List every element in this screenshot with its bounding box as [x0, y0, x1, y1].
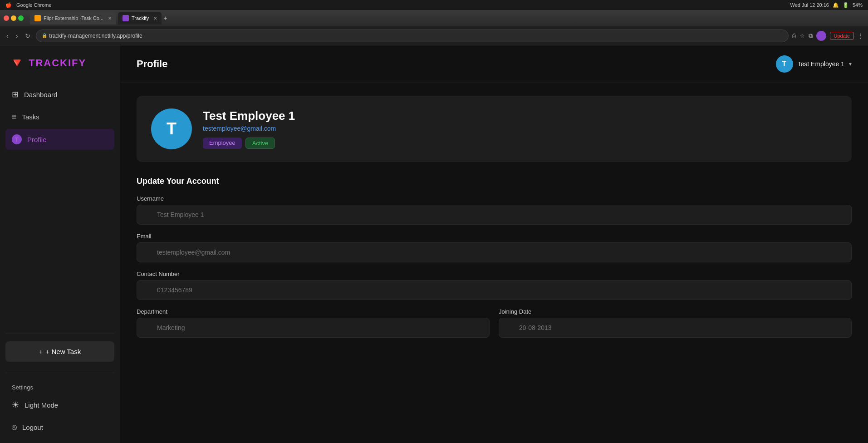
sidebar-divider [5, 334, 114, 334]
tab-bar: Flipr Externship -Task Co... ✕ Trackify … [30, 12, 864, 25]
sidebar-item-light-mode[interactable]: ☀ Light Mode [5, 394, 114, 415]
logo-icon: 🔻 [9, 55, 25, 70]
battery-icon: 🔋 [843, 2, 849, 8]
sidebar-divider-2 [5, 373, 114, 373]
light-mode-label: Light Mode [25, 401, 58, 409]
page-title: Profile [137, 58, 167, 70]
sidebar-nav: ⊞ Dashboard ≡ Tasks T Profile [0, 80, 120, 330]
main-content: Profile T Test Employee 1 ▾ T Test Emplo… [120, 45, 868, 443]
email-input[interactable] [137, 242, 852, 262]
sidebar-item-label-profile: Profile [27, 136, 47, 143]
email-input-wrapper: ✉ [137, 242, 852, 262]
joining-date-label: Joining Date [499, 308, 852, 315]
tasks-icon: ≡ [12, 112, 17, 122]
contact-label: Contact Number [137, 271, 852, 277]
department-group: Department 📋 [137, 308, 490, 338]
joining-date-input-wrapper: 📅 [499, 318, 852, 338]
tab-label-flipr: Flipr Externship -Task Co... [44, 15, 103, 21]
username-input-wrapper: 👤 [137, 205, 852, 225]
tab-flipr[interactable]: Flipr Externship -Task Co... ✕ [30, 12, 116, 25]
tab-favicon-flipr [34, 15, 41, 21]
back-button[interactable]: ‹ [5, 30, 10, 41]
window-minimize-dot[interactable] [11, 15, 16, 21]
user-info[interactable]: T Test Employee 1 ▾ [776, 55, 852, 73]
logo-text: TRACKIFY [29, 57, 86, 69]
dashboard-icon: ⊞ [12, 89, 19, 99]
joining-date-group: Joining Date 📅 [499, 308, 852, 338]
header-user-avatar: T [776, 55, 793, 73]
profile-badges: Employee Active [203, 138, 295, 149]
sidebar-item-dashboard[interactable]: ⊞ Dashboard [5, 84, 114, 105]
contact-input-wrapper: 📞 [137, 280, 852, 300]
profile-name: Test Employee 1 [203, 109, 295, 123]
browser-bar: Flipr Externship -Task Co... ✕ Trackify … [0, 10, 868, 26]
reload-button[interactable]: ↻ [23, 30, 32, 41]
header-user-initial: T [782, 60, 787, 68]
department-label: Department [137, 308, 490, 315]
new-task-button[interactable]: + + New Task [5, 341, 114, 362]
window-close-dot[interactable] [4, 15, 9, 21]
sidebar-item-label-dashboard: Dashboard [24, 91, 57, 98]
new-tab-button[interactable]: + [163, 15, 167, 22]
sidebar-item-tasks[interactable]: ≡ Tasks [5, 107, 114, 127]
joining-date-input[interactable] [499, 318, 852, 338]
address-bar-row: ‹ › ↻ 🔒 trackify-management.netlify.app/… [0, 26, 868, 45]
logout-icon: ⎋ [12, 423, 17, 432]
sidebar-item-logout[interactable]: ⎋ Logout [5, 417, 114, 438]
profile-nav-avatar: T [12, 134, 22, 144]
tab-close-trackify[interactable]: ✕ [153, 16, 157, 21]
battery-level: 54% [853, 2, 863, 8]
datetime: Wed Jul 12 20:16 [790, 2, 829, 8]
lock-icon: 🔒 [42, 33, 47, 38]
profile-card: T Test Employee 1 testemployee@gmail.com… [137, 96, 852, 162]
extension-button[interactable]: ⧉ [809, 32, 813, 39]
forward-button[interactable]: › [14, 30, 20, 41]
contact-input[interactable] [137, 280, 852, 300]
email-group: Email ✉ [137, 233, 852, 262]
profile-section: T Test Employee 1 testemployee@gmail.com… [120, 83, 868, 359]
active-badge: Active [245, 138, 275, 149]
plus-icon: + [39, 348, 43, 355]
settings-label: Settings [5, 380, 114, 394]
app-container: 🔻 TRACKIFY ⊞ Dashboard ≡ Tasks T Profile… [0, 45, 868, 443]
department-input-wrapper: 📋 [137, 318, 490, 338]
username-input[interactable] [137, 205, 852, 225]
department-input[interactable] [137, 318, 490, 338]
notification-icon: 🔔 [833, 2, 839, 8]
contact-group: Contact Number 📞 [137, 271, 852, 300]
profile-avatar: T [151, 108, 192, 149]
header-dropdown-arrow[interactable]: ▾ [849, 61, 852, 67]
system-bar: 🍎 Google Chrome Wed Jul 12 20:16 🔔 🔋 54% [0, 0, 868, 10]
address-text: trackify-management.netlify.app/profile [49, 33, 142, 39]
logout-label: Logout [22, 423, 43, 431]
menu-button[interactable]: ⋮ [858, 32, 863, 39]
username-label: Username [137, 195, 852, 202]
profile-email: testemployee@gmail.com [203, 125, 295, 132]
tab-close-flipr[interactable]: ✕ [108, 16, 112, 21]
header-user-name: Test Employee 1 [798, 60, 845, 68]
bookmark-button[interactable]: ☆ [799, 32, 805, 39]
tab-label-trackify: Trackify [132, 15, 149, 21]
sidebar-item-profile[interactable]: T Profile [5, 129, 114, 150]
user-avatar-browser[interactable] [816, 31, 826, 41]
sidebar: 🔻 TRACKIFY ⊞ Dashboard ≡ Tasks T Profile… [0, 45, 120, 443]
share-button[interactable]: ⎙ [792, 32, 796, 39]
profile-initial: T [167, 119, 177, 138]
sidebar-logo: 🔻 TRACKIFY [0, 45, 120, 80]
form-section: Update Your Account Username 👤 Email ✉ [137, 177, 852, 346]
address-input[interactable]: 🔒 trackify-management.netlify.app/profil… [36, 30, 788, 42]
tab-favicon-trackify [123, 15, 129, 21]
light-mode-icon: ☀ [12, 400, 19, 410]
browser-app-name: Google Chrome [16, 2, 52, 8]
form-row-dept-date: Department 📋 Joining Date 📅 [137, 308, 852, 346]
update-button[interactable]: Update [830, 32, 854, 40]
profile-info: Test Employee 1 testemployee@gmail.com E… [203, 109, 295, 149]
window-fullscreen-dot[interactable] [18, 15, 24, 21]
employee-badge: Employee [203, 138, 242, 149]
sidebar-item-label-tasks: Tasks [22, 113, 39, 121]
apple-icon: 🍎 [5, 2, 12, 8]
username-group: Username 👤 [137, 195, 852, 225]
form-title: Update Your Account [137, 177, 852, 186]
tab-trackify[interactable]: Trackify ✕ [118, 12, 162, 25]
page-header: Profile T Test Employee 1 ▾ [120, 45, 868, 83]
